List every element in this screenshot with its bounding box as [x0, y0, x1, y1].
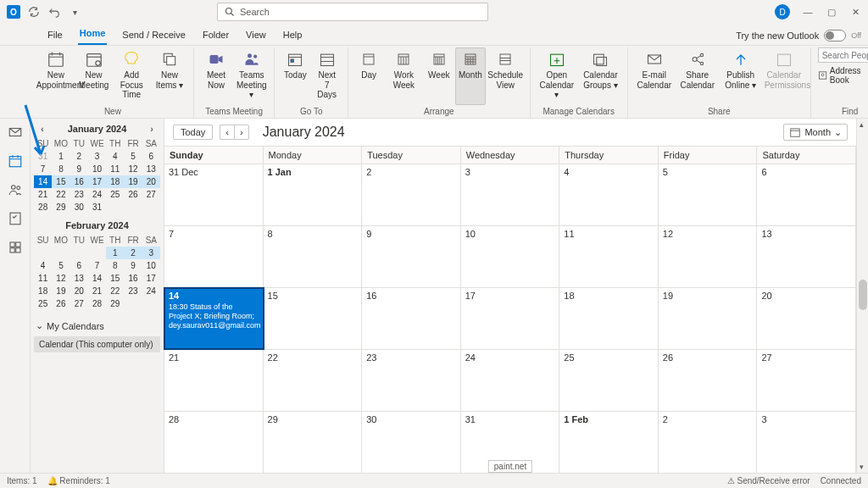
minical-day[interactable]: 28: [34, 201, 52, 214]
calendar-day-cell[interactable]: 1418:30 Status of the Project X; Briefin…: [164, 288, 264, 349]
calendar-day-cell[interactable]: 28: [164, 412, 264, 473]
scroll-up-icon[interactable]: ▴: [860, 120, 864, 129]
open-calendar-button[interactable]: Open Calendar ▾: [536, 47, 579, 105]
minical-day[interactable]: 7: [88, 259, 106, 272]
menu-help[interactable]: Help: [281, 26, 304, 45]
nav-tasks-icon[interactable]: [7, 210, 24, 227]
calendar-day-cell[interactable]: 6: [757, 164, 856, 225]
minical-day[interactable]: 14: [34, 175, 52, 188]
calendar-day-cell[interactable]: 20: [757, 288, 856, 349]
minical-day[interactable]: 21: [34, 188, 52, 201]
go-today-button[interactable]: Today: [173, 125, 213, 140]
share-calendar-button[interactable]: Share Calendar: [676, 47, 719, 105]
nav-calendar-icon[interactable]: [7, 152, 24, 169]
calendar-day-cell[interactable]: 22: [264, 350, 363, 411]
minical-day[interactable]: 26: [52, 297, 70, 310]
calendar-day-cell[interactable]: 25: [559, 350, 659, 411]
calendar-day-cell[interactable]: 4: [559, 164, 659, 225]
calendar-day-cell[interactable]: 21: [164, 350, 264, 411]
minical-day[interactable]: 20: [142, 175, 160, 188]
try-new-outlook-toggle[interactable]: [824, 30, 846, 42]
scroll-down-icon[interactable]: ▾: [860, 463, 864, 471]
calendar-day-cell[interactable]: 31 Dec: [164, 164, 264, 225]
calendar-day-cell[interactable]: 1 Jan: [264, 164, 363, 225]
minical-day[interactable]: 31: [34, 150, 52, 163]
minical-day[interactable]: 27: [70, 297, 88, 310]
nav-mail-icon[interactable]: [7, 124, 24, 141]
next-7-days-button[interactable]: Next 7 Days: [311, 47, 342, 105]
minical-day[interactable]: 20: [70, 285, 88, 297]
calendar-day-cell[interactable]: 9: [362, 226, 461, 287]
week-view-button[interactable]: Week: [424, 47, 454, 105]
minical-day[interactable]: 4: [106, 150, 124, 163]
minical-day[interactable]: 4: [34, 259, 52, 272]
calendar-day-cell[interactable]: 16: [362, 288, 461, 349]
minical-day[interactable]: 9: [70, 163, 88, 175]
minical-day[interactable]: 27: [142, 188, 160, 201]
calendar-day-cell[interactable]: 12: [659, 226, 758, 287]
calendar-event[interactable]: 18:30 Status of the Project X; Briefing …: [169, 302, 259, 330]
menu-file[interactable]: File: [46, 26, 64, 45]
minical-day[interactable]: 13: [142, 163, 160, 175]
prev-month-button[interactable]: ‹: [220, 125, 234, 140]
close-button[interactable]: ✕: [849, 7, 861, 18]
minical-day[interactable]: 24: [88, 188, 106, 201]
calendar-groups-button[interactable]: Calendar Groups ▾: [579, 47, 622, 105]
minical-day[interactable]: 10: [142, 259, 160, 272]
minical-day[interactable]: 7: [34, 163, 52, 175]
calendar-day-cell[interactable]: 7: [164, 226, 264, 287]
sync-icon[interactable]: [27, 5, 41, 19]
menu-folder[interactable]: Folder: [201, 26, 231, 45]
minical-day[interactable]: 25: [34, 297, 52, 310]
day-view-button[interactable]: Day: [353, 47, 384, 105]
address-book-button[interactable]: Address Book: [818, 66, 868, 85]
meet-now-button[interactable]: Meet Now: [199, 47, 233, 105]
next-month-button[interactable]: ›: [234, 125, 249, 140]
minical-day[interactable]: 16: [124, 272, 142, 285]
minical-day[interactable]: 2: [70, 150, 88, 163]
minical-day[interactable]: 11: [106, 163, 124, 175]
calendar-day-cell[interactable]: 19: [659, 288, 758, 349]
new-meeting-button[interactable]: New Meeting: [75, 47, 113, 105]
minical-day[interactable]: 22: [52, 188, 70, 201]
email-calendar-button[interactable]: E-mail Calendar: [633, 47, 676, 105]
menu-view[interactable]: View: [244, 26, 268, 45]
minical-day[interactable]: 19: [52, 285, 70, 297]
minimize-button[interactable]: —: [802, 7, 814, 17]
menu-send-receive[interactable]: Send / Receive: [120, 26, 187, 45]
minical-day[interactable]: 31: [88, 201, 106, 214]
minical-day[interactable]: 26: [124, 188, 142, 201]
view-selector[interactable]: Month⌄: [783, 124, 848, 141]
calendar-day-cell[interactable]: 17: [461, 288, 560, 349]
status-send-receive-error[interactable]: ⚠ Send/Receive error: [727, 476, 810, 485]
minical-day[interactable]: 9: [124, 259, 142, 272]
calendar-day-cell[interactable]: 3: [461, 164, 560, 225]
minical-day[interactable]: 28: [88, 297, 106, 310]
minical-day[interactable]: 6: [142, 150, 160, 163]
calendar-day-cell[interactable]: 18: [559, 288, 659, 349]
minical-day[interactable]: 24: [142, 285, 160, 297]
search-box[interactable]: Search: [217, 3, 488, 21]
minical-day[interactable]: 17: [142, 272, 160, 285]
work-week-button[interactable]: Work Week: [385, 47, 423, 105]
minical-day[interactable]: 23: [124, 285, 142, 297]
calendar-day-cell[interactable]: 1 Feb: [559, 412, 659, 473]
minical-day[interactable]: 2: [124, 247, 142, 259]
calendar-day-cell[interactable]: 2: [659, 412, 758, 473]
nav-more-icon[interactable]: [7, 239, 24, 256]
calendar-day-cell[interactable]: 30: [362, 412, 461, 473]
minical-day[interactable]: 29: [106, 297, 124, 310]
month-view-button[interactable]: Month: [455, 47, 486, 105]
minical-day[interactable]: 23: [70, 188, 88, 201]
qat-more-icon[interactable]: ▾: [68, 5, 81, 19]
today-button[interactable]: Today: [280, 47, 310, 105]
minical-day[interactable]: 1: [106, 247, 124, 259]
calendar-day-cell[interactable]: 24: [461, 350, 560, 411]
new-items-button[interactable]: New Items ▾: [151, 47, 188, 105]
calendar-day-cell[interactable]: 26: [659, 350, 758, 411]
vertical-scrollbar[interactable]: ▴ ▾: [856, 119, 868, 473]
minical-day[interactable]: 12: [124, 163, 142, 175]
minical-day[interactable]: 1: [52, 150, 70, 163]
calendar-day-cell[interactable]: 8: [264, 226, 363, 287]
minical-day[interactable]: 8: [52, 163, 70, 175]
